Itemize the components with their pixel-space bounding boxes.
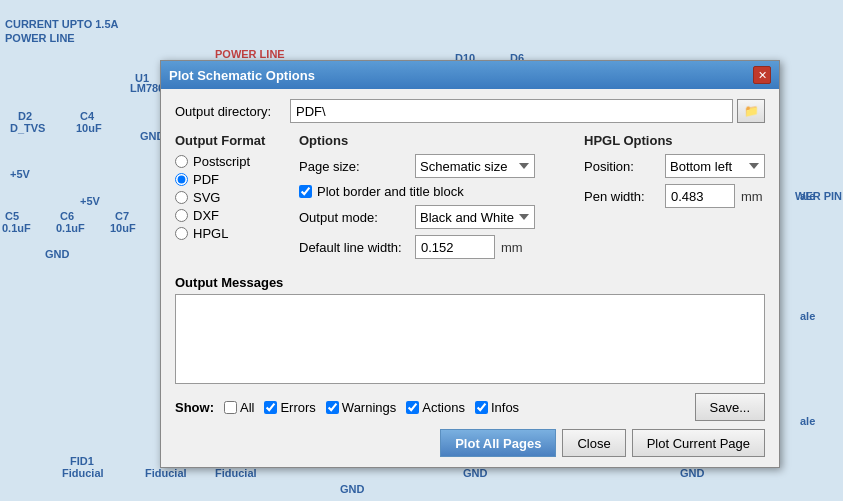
- plot-border-checkbox[interactable]: [299, 185, 312, 198]
- schematic-label: 0.1uF: [56, 222, 85, 234]
- show-infos-label: Infos: [491, 400, 519, 415]
- page-size-dropdown[interactable]: Schematic size A4 A3 Letter: [415, 154, 535, 178]
- format-hpgl[interactable]: HPGL: [175, 226, 285, 241]
- default-line-width-row: Default line width: mm: [299, 235, 570, 259]
- hpgl-options-column: HPGL Options Position: Bottom left Top l…: [584, 133, 765, 265]
- show-infos[interactable]: Infos: [475, 400, 519, 415]
- dialog-close-button[interactable]: ✕: [753, 66, 771, 84]
- output-messages-label: Output Messages: [175, 275, 765, 290]
- schematic-label: D_TVS: [10, 122, 45, 134]
- schematic-label: FID1: [70, 455, 94, 467]
- schematic-label: POWER LINE: [215, 48, 285, 60]
- schematic-label: Fiducial: [215, 467, 257, 479]
- schematic-label: C4: [80, 110, 94, 122]
- dialog-title: Plot Schematic Options: [169, 68, 315, 83]
- schematic-label: 0.1uF: [2, 222, 31, 234]
- hpgl-pen-width-input[interactable]: [665, 184, 735, 208]
- output-format-header: Output Format: [175, 133, 285, 148]
- show-actions[interactable]: Actions: [406, 400, 465, 415]
- schematic-label: Fiducial: [145, 467, 187, 479]
- schematic-label: C7: [115, 210, 129, 222]
- format-postscript-radio[interactable]: [175, 155, 188, 168]
- plot-border-row: Plot border and title block: [299, 184, 570, 199]
- show-actions-label: Actions: [422, 400, 465, 415]
- output-format-radio-group: Postscript PDF SVG DXF: [175, 154, 285, 241]
- schematic-label: 10uF: [76, 122, 102, 134]
- show-warnings[interactable]: Warnings: [326, 400, 396, 415]
- show-row: Show: All Errors Warnings Actions Infos: [175, 393, 765, 421]
- format-svg-label: SVG: [193, 190, 220, 205]
- output-mode-label: Output mode:: [299, 210, 409, 225]
- options-header: Options: [299, 133, 570, 148]
- schematic-label: ale: [800, 310, 815, 322]
- schematic-label: +5V: [10, 168, 30, 180]
- output-directory-input[interactable]: [290, 99, 733, 123]
- hpgl-pen-width-row: Pen width: mm: [584, 184, 765, 208]
- page-size-label: Page size:: [299, 159, 409, 174]
- format-svg[interactable]: SVG: [175, 190, 285, 205]
- show-all[interactable]: All: [224, 400, 254, 415]
- show-warnings-checkbox[interactable]: [326, 401, 339, 414]
- schematic-label: CURRENT UPTO 1.5A: [5, 18, 118, 30]
- page-size-row: Page size: Schematic size A4 A3 Letter: [299, 154, 570, 178]
- output-messages-textarea[interactable]: [175, 294, 765, 384]
- format-dxf[interactable]: DXF: [175, 208, 285, 223]
- plot-border-label: Plot border and title block: [317, 184, 464, 199]
- output-directory-label: Output directory:: [175, 104, 290, 119]
- schematic-label: ale: [800, 415, 815, 427]
- show-all-checkbox[interactable]: [224, 401, 237, 414]
- schematic-label: WER PIN: [795, 190, 842, 202]
- close-button[interactable]: Close: [562, 429, 625, 457]
- save-button[interactable]: Save...: [695, 393, 765, 421]
- default-line-width-label: Default line width:: [299, 240, 409, 255]
- output-messages-section: Output Messages: [175, 275, 765, 387]
- action-buttons-row: Plot All Pages Close Plot Current Page: [175, 429, 765, 457]
- schematic-label: GND: [680, 467, 704, 479]
- options-column: Options Page size: Schematic size A4 A3 …: [299, 133, 570, 265]
- show-all-label: All: [240, 400, 254, 415]
- show-actions-checkbox[interactable]: [406, 401, 419, 414]
- schematic-label: GND: [340, 483, 364, 495]
- show-errors[interactable]: Errors: [264, 400, 315, 415]
- output-mode-dropdown[interactable]: Black and White Color Grayscale: [415, 205, 535, 229]
- schematic-label: D2: [18, 110, 32, 122]
- hpgl-options-header: HPGL Options: [584, 133, 765, 148]
- show-errors-checkbox[interactable]: [264, 401, 277, 414]
- schematic-label: C5: [5, 210, 19, 222]
- output-format-column: Output Format Postscript PDF SVG: [175, 133, 285, 265]
- plot-schematic-dialog: Plot Schematic Options ✕ Output director…: [160, 60, 780, 468]
- format-pdf-label: PDF: [193, 172, 219, 187]
- plot-current-page-button[interactable]: Plot Current Page: [632, 429, 765, 457]
- dialog-body: Output directory: 📁 Output Format Postsc…: [161, 89, 779, 467]
- output-directory-row: Output directory: 📁: [175, 99, 765, 123]
- format-pdf-radio[interactable]: [175, 173, 188, 186]
- hpgl-pen-width-unit: mm: [741, 189, 763, 204]
- format-pdf[interactable]: PDF: [175, 172, 285, 187]
- schematic-label: GND: [45, 248, 69, 260]
- hpgl-position-label: Position:: [584, 159, 659, 174]
- show-label: Show:: [175, 400, 214, 415]
- format-postscript[interactable]: Postscript: [175, 154, 285, 169]
- format-dxf-radio[interactable]: [175, 209, 188, 222]
- default-line-width-input[interactable]: [415, 235, 495, 259]
- hpgl-pen-width-label: Pen width:: [584, 189, 659, 204]
- schematic-label: C6: [60, 210, 74, 222]
- schematic-label: GND: [463, 467, 487, 479]
- show-errors-label: Errors: [280, 400, 315, 415]
- format-postscript-label: Postscript: [193, 154, 250, 169]
- show-warnings-label: Warnings: [342, 400, 396, 415]
- show-infos-checkbox[interactable]: [475, 401, 488, 414]
- hpgl-position-dropdown[interactable]: Bottom left Top left Center: [665, 154, 765, 178]
- format-dxf-label: DXF: [193, 208, 219, 223]
- format-svg-radio[interactable]: [175, 191, 188, 204]
- browse-button[interactable]: 📁: [737, 99, 765, 123]
- format-hpgl-label: HPGL: [193, 226, 228, 241]
- output-mode-row: Output mode: Black and White Color Grays…: [299, 205, 570, 229]
- dialog-titlebar: Plot Schematic Options ✕: [161, 61, 779, 89]
- schematic-label: 10uF: [110, 222, 136, 234]
- schematic-label: Fiducial: [62, 467, 104, 479]
- format-hpgl-radio[interactable]: [175, 227, 188, 240]
- default-line-width-unit: mm: [501, 240, 523, 255]
- plot-all-pages-button[interactable]: Plot All Pages: [440, 429, 556, 457]
- options-columns: Output Format Postscript PDF SVG: [175, 133, 765, 265]
